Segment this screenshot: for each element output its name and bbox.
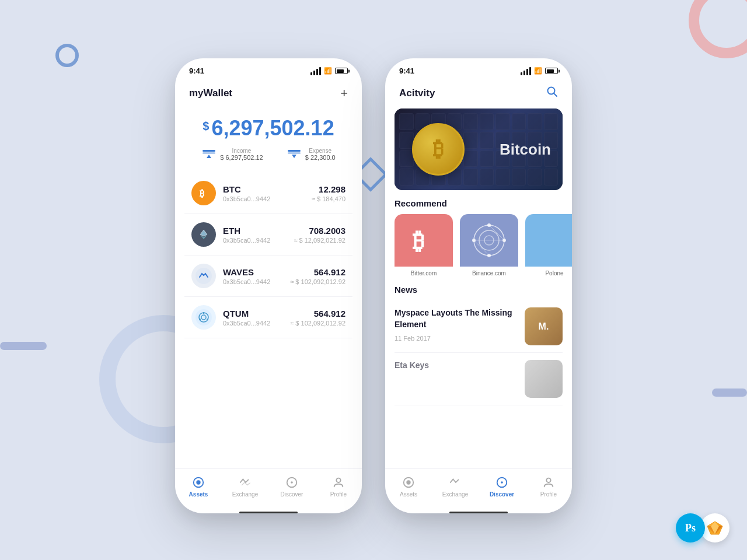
crypto-item-waves[interactable]: WAVES 0x3b5ca0...9442 564.912 ≈ $ 102,09… [184,256,352,297]
btc-icon: ₿ [191,181,216,205]
nav-profile-1[interactable]: Profile [321,476,356,498]
expense-stat: Expense $ 22,300.0 [287,148,336,161]
wallet-title: myWallet [189,88,232,99]
exchange-icon-1 [239,476,252,489]
income-text: Income $ 6,297,502.12 [220,148,263,161]
news-content-1: Myspace Layouts The Missing Element 11 F… [395,307,518,342]
crypto-item-eth[interactable]: ETH 0x3b5ca0...9442 708.2003 ≈ $ 12,092,… [184,214,352,256]
balance-value: 6,297,502.12 [211,116,334,141]
key [399,150,414,167]
key [495,169,510,186]
bg-decoration-rect-right [712,388,747,397]
activity-title: Acitvity [399,88,435,99]
bottom-nav-1: Assets Exchange Discover [175,468,362,507]
news-title-2: Eta Keys [395,360,518,372]
signal-bar-3 [316,69,318,75]
phone-wallet: 9:41 📶 myWallet + [175,58,362,513]
btc-values: 12.298 ≈ $ 184,470 [312,184,345,202]
qtum-name: QTUM [223,309,290,318]
waves-address: 0x3b5ca0...9442 [223,278,290,285]
svg-rect-2 [288,150,301,152]
signal-bar-2-3 [526,69,528,75]
news-title-1: Myspace Layouts The Missing Element [395,307,518,330]
profile-icon-2 [542,476,555,489]
signal-bar-2 [313,71,315,75]
btc-amount: 12.298 [312,184,345,194]
btc-info: BTC 0x3b5ca0...9442 [223,184,312,202]
expense-text: Expense $ 22,300.0 [305,148,336,161]
income-icon [201,149,217,160]
key [463,150,478,167]
discover-icon-1 [285,476,298,489]
wallet-header: myWallet + [175,80,362,110]
key [544,113,558,130]
status-time-1: 9:41 [189,66,204,75]
home-indicator-1 [239,512,298,513]
balance-section: $ 6,297,502.12 Income $ 6,297,502.12 [175,110,362,173]
hero-bitcoin-banner[interactable]: ₿ Bitcoin [395,108,563,190]
nav-assets-label-1: Assets [189,491,208,498]
svg-point-8 [196,309,212,326]
eth-usd: ≈ $ 12,092,021.92 [294,237,345,244]
news-content-2: Eta Keys [395,360,518,372]
nav-exchange-label-1: Exchange [232,491,258,498]
signal-bar-2-4 [529,67,531,75]
search-button[interactable] [546,86,558,100]
svg-rect-3 [288,152,301,154]
nav-assets-2[interactable]: Assets [391,476,426,498]
add-wallet-button[interactable]: + [340,86,348,101]
qtum-address: 0x3b5ca0...9442 [223,320,290,327]
battery-icon-2 [545,68,558,74]
key [544,169,558,186]
recommend-card-polone[interactable]: Polone [525,214,572,276]
key [399,113,414,130]
expense-value: $ 22,300.0 [305,154,336,161]
nav-assets-1[interactable]: Assets [181,476,216,498]
key [495,113,510,130]
phone-activity: 9:41 📶 Acitvity [385,58,572,513]
status-bar-1: 9:41 📶 [175,58,362,80]
nav-exchange-2[interactable]: Exchange [438,476,473,498]
svg-point-18 [336,478,340,482]
key [528,113,542,130]
signal-bars-2 [521,67,531,75]
nav-assets-label-2: Assets [400,491,417,498]
key [512,169,526,186]
btc-address: 0x3b5ca0...9442 [223,195,312,202]
photoshop-icon: Ps [676,513,705,542]
recommend-card-bitter[interactable]: ₿ Bitter.com [395,214,453,276]
eth-icon [191,222,216,247]
qtum-symbol [196,309,212,326]
crypto-list: ₿ BTC 0x3b5ca0...9442 12.298 ≈ $ 184,470 [175,173,362,468]
status-icons-2: 📶 [521,67,558,75]
crypto-item-btc[interactable]: ₿ BTC 0x3b5ca0...9442 12.298 ≈ $ 184,470 [184,173,352,214]
news-date-1: 11 Feb 2017 [395,335,518,342]
nav-exchange-1[interactable]: Exchange [228,476,263,498]
bottom-nav-2: Assets Exchange Discover [385,468,572,507]
svg-point-35 [501,481,503,484]
svg-point-11 [203,312,205,314]
wifi-icon-2: 📶 [534,67,542,75]
expense-icon [287,149,302,160]
income-value: $ 6,297,502.12 [220,154,263,161]
news-item-1[interactable]: Myspace Layouts The Missing Element 11 F… [395,300,563,353]
news-item-2[interactable]: Eta Keys [395,353,563,405]
signal-bar-4 [319,67,321,75]
nav-discover-1[interactable]: Discover [274,476,309,498]
news-title: News [385,276,572,300]
balance-stats: Income $ 6,297,502.12 Expense $ 22,300. [189,148,348,161]
binance-network-icon [472,223,507,258]
nav-discover-2[interactable]: Discover [484,476,519,498]
phone1-content: myWallet + $ 6,297,502.12 [175,80,362,513]
eth-info: ETH 0x3b5ca0...9442 [223,226,294,244]
crypto-item-qtum[interactable]: QTUM 0x3b5ca0...9442 564.912 ≈ $ 102,092… [184,297,352,338]
recommend-card-binance[interactable]: Binance.com [460,214,518,276]
key [512,113,526,130]
bg-decoration-circle-blue [55,44,79,67]
bitter-card-img: ₿ [395,214,453,267]
nav-profile-2[interactable]: Profile [531,476,566,498]
nav-discover-label-1: Discover [281,491,303,498]
home-indicator-2 [449,512,508,513]
key [480,150,494,167]
key [463,169,478,186]
